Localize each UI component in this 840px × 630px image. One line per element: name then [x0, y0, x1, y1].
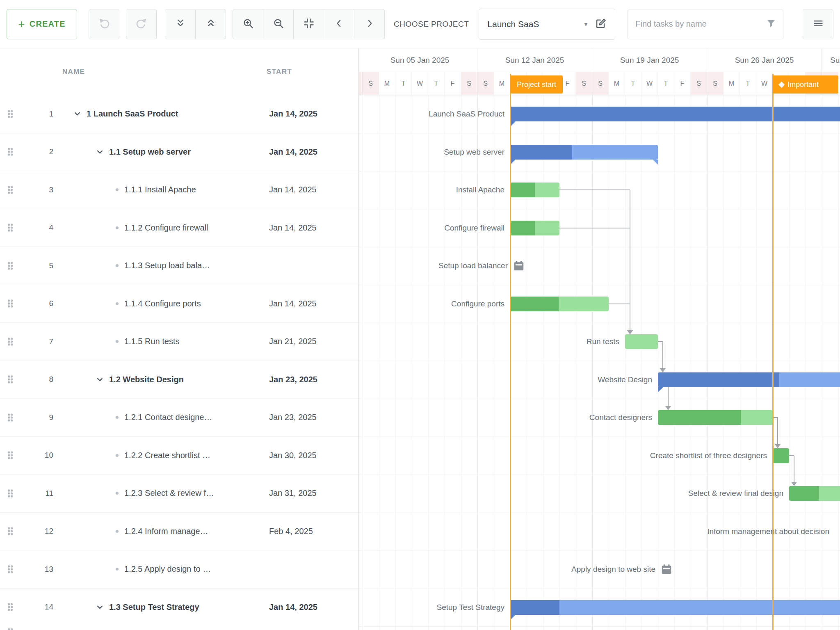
drag-handle-icon[interactable]: [7, 375, 13, 384]
day-header-cell: M: [379, 72, 395, 95]
task-row[interactable]: [0, 626, 358, 630]
week-header-cell: Sun 02 Feb 2025: [822, 48, 840, 72]
task-name: 1.1.2 Configure firewall: [124, 223, 208, 233]
task-name: 1.1.5 Run tests: [124, 337, 180, 346]
zoom-out-button[interactable]: [263, 9, 294, 39]
day-header-cell: W: [756, 72, 773, 95]
create-button-label: CREATE: [30, 19, 66, 29]
task-row[interactable]: 21.1 Setup web serverJan 14, 2025: [0, 133, 358, 171]
calendar-icon[interactable]: [660, 563, 673, 575]
task-row[interactable]: 121.2.4 Inform manage…Feb 4, 2025: [0, 513, 358, 551]
task-bar[interactable]: [789, 486, 840, 501]
row-number: 1: [23, 95, 53, 133]
task-name-cell: 1.1.1 Install Apache: [56, 171, 264, 209]
scroll-right-button[interactable]: [354, 9, 385, 39]
chevron-right-icon: [364, 18, 375, 30]
project-selector[interactable]: Launch SaaS ▼: [479, 9, 615, 40]
task-row[interactable]: 91.2.1 Contact designe…Jan 23, 2025: [0, 399, 358, 437]
project-bar[interactable]: [510, 107, 840, 121]
drag-handle-icon[interactable]: [7, 527, 13, 536]
task-bar[interactable]: [510, 297, 609, 311]
expand-toggle-icon[interactable]: [73, 110, 81, 118]
task-row[interactable]: 131.2.5 Apply design to …: [0, 550, 358, 589]
task-bar[interactable]: [773, 448, 789, 463]
task-start-date: Jan 14, 2025: [269, 133, 317, 171]
expand-toggle-icon[interactable]: [96, 603, 103, 611]
task-bullet-icon: [116, 454, 119, 457]
task-bar[interactable]: [625, 334, 658, 349]
project-bar[interactable]: [658, 372, 840, 387]
task-progress-fill: [510, 221, 535, 235]
row-number: 10: [23, 437, 53, 475]
task-row[interactable]: 81.2 Website DesignJan 23, 2025: [0, 361, 358, 399]
task-row[interactable]: 101.2.2 Create shortlist …Jan 30, 2025: [0, 437, 358, 475]
redo-icon: [135, 17, 148, 31]
task-row[interactable]: 71.1.5 Run testsJan 21, 2025: [0, 323, 358, 361]
filter-icon[interactable]: [766, 18, 776, 30]
collapse-expand-group: [165, 9, 226, 39]
task-row[interactable]: 41.1.2 Configure firewallJan 14, 2025: [0, 209, 358, 247]
task-row[interactable]: 61.1.4 Configure portsJan 14, 2025: [0, 285, 358, 323]
task-name: 1 Launch SaaS Product: [87, 109, 178, 119]
drag-handle-icon[interactable]: [7, 603, 13, 612]
undo-button[interactable]: [89, 9, 119, 39]
column-header-start[interactable]: START: [267, 68, 292, 76]
task-row[interactable]: 141.3 Setup Test StrategyJan 14, 2025: [0, 589, 358, 627]
task-row[interactable]: 31.1.1 Install ApacheJan 14, 2025: [0, 171, 358, 209]
task-bar[interactable]: [658, 410, 773, 425]
drag-handle-icon[interactable]: [7, 224, 13, 232]
task-progress-fill: [658, 372, 779, 387]
caret-down-icon: ▼: [583, 21, 589, 27]
drag-handle-icon[interactable]: [7, 337, 13, 346]
drag-handle-icon[interactable]: [7, 451, 13, 460]
day-header-cell: M: [724, 72, 740, 95]
scroll-left-button[interactable]: [324, 9, 354, 39]
week-header-cell: Sun 26 Jan 2025: [707, 48, 822, 72]
menu-button[interactable]: [803, 9, 833, 39]
expand-all-button[interactable]: [195, 9, 226, 39]
dependency-link: [662, 342, 663, 369]
drag-handle-icon[interactable]: [7, 110, 13, 118]
expand-all-icon: [205, 18, 217, 30]
project-bar[interactable]: [510, 600, 840, 615]
task-name: 1.2.1 Contact designe…: [124, 413, 212, 422]
task-progress-fill: [510, 145, 572, 160]
task-bar[interactable]: [510, 221, 559, 235]
task-start-date: Jan 14, 2025: [269, 209, 317, 247]
task-bullet-icon: [116, 302, 119, 305]
create-button[interactable]: + CREATE: [7, 9, 77, 39]
drag-handle-icon[interactable]: [7, 261, 13, 270]
expand-toggle-icon[interactable]: [96, 148, 103, 155]
task-bar[interactable]: [510, 183, 559, 197]
day-header-cell: S: [359, 72, 363, 95]
week-header-cell: Sun 05 Jan 2025: [363, 48, 477, 72]
redo-button[interactable]: [126, 9, 157, 39]
row-number: 8: [23, 361, 53, 399]
search-input[interactable]: [635, 19, 762, 29]
edit-project-icon[interactable]: [595, 18, 607, 31]
calendar-icon[interactable]: [513, 260, 525, 272]
zoom-in-button[interactable]: [233, 9, 263, 39]
zoom-nav-group: [233, 9, 385, 39]
task-progress-fill: [773, 448, 789, 463]
task-start-date: Jan 31, 2025: [269, 475, 317, 512]
drag-handle-icon[interactable]: [7, 185, 13, 194]
task-bar-label: Inform management about decision: [359, 513, 829, 551]
task-row[interactable]: 111.2.3 Select & review f…Jan 31, 2025: [0, 475, 358, 513]
drag-handle-icon[interactable]: [7, 565, 13, 573]
drag-handle-icon[interactable]: [7, 299, 13, 308]
column-header-name[interactable]: NAME: [62, 68, 85, 76]
zoom-to-fit-button[interactable]: [293, 9, 324, 39]
dependency-link: [630, 304, 630, 331]
grid-header: NAME START: [0, 48, 358, 96]
task-row[interactable]: 51.1.3 Setup load bala…: [0, 247, 358, 285]
task-row[interactable]: 11 Launch SaaS ProductJan 14, 2025: [0, 95, 358, 133]
timeline-week-scale: Sun 05 Jan 2025Sun 12 Jan 2025Sun 19 Jan…: [359, 48, 840, 72]
project-bar[interactable]: [510, 145, 658, 160]
drag-handle-icon[interactable]: [7, 628, 13, 630]
drag-handle-icon[interactable]: [7, 489, 13, 498]
expand-toggle-icon[interactable]: [96, 376, 103, 383]
drag-handle-icon[interactable]: [7, 413, 13, 422]
drag-handle-icon[interactable]: [7, 148, 13, 156]
collapse-all-button[interactable]: [165, 9, 196, 39]
